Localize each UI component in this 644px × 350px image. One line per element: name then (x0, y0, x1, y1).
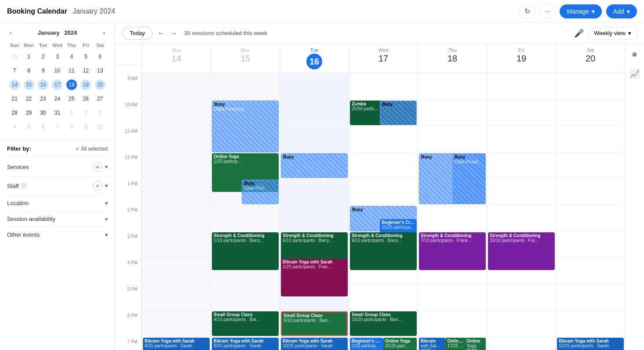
cell-sun-2pm[interactable] (142, 205, 211, 231)
cell-mon-7pm[interactable]: Bikram Yoga with Sarah 9/25 participants… (211, 337, 280, 350)
event-busy-mon-1pm[interactable]: Busy Dave Pick... (242, 180, 279, 204)
location-collapse-button[interactable]: ▾ (105, 200, 108, 206)
cell-tue-3pm[interactable]: Strength & Conditioning 6/10 participant… (280, 231, 349, 258)
cell-sun-4pm[interactable] (142, 258, 211, 284)
cell-sun-12pm[interactable] (142, 152, 211, 179)
staff-collapse-button[interactable]: ▾ (105, 183, 108, 189)
mini-cal-day[interactable]: 2 (79, 106, 92, 119)
mini-cal-day[interactable]: 24 (51, 92, 64, 105)
event-bikram-sat[interactable]: Bikram Yoga with Sarah 15/25 participant… (557, 338, 624, 350)
cell-fri-10am[interactable] (487, 100, 556, 126)
mini-cal-day[interactable]: 3 (51, 50, 64, 63)
mini-cal-day[interactable]: 28 (8, 106, 21, 119)
mic-icon[interactable]: 🎤 (574, 29, 584, 38)
event-bikram-tue-4pm[interactable]: Bikram Yoga with Sarah 1/25 participants… (281, 259, 348, 296)
event-bikram-sun[interactable]: Bikram Yoga with Sarah 8/25 participants… (143, 338, 210, 350)
mini-cal-day[interactable]: 4 (8, 120, 21, 134)
cell-sat-7pm[interactable]: Bikram Yoga with Sarah 15/25 participant… (556, 337, 625, 350)
cell-wed-12pm[interactable] (349, 152, 418, 179)
event-online-yoga-thu[interactable]: Online Y 17/25 p... (445, 338, 466, 350)
cell-fri-7pm[interactable] (487, 337, 556, 350)
event-bikram-mon[interactable]: Bikram Yoga with Sarah 9/25 participants… (212, 338, 279, 350)
filter-services[interactable]: Services + ▾ (7, 157, 108, 176)
mini-cal-day[interactable]: 18 (65, 78, 78, 91)
mini-cal-day[interactable]: 9 (36, 64, 50, 77)
prev-month-button[interactable]: ‹ (7, 28, 15, 37)
prev-week-button[interactable]: ← (158, 29, 165, 37)
cell-fri-6pm[interactable] (487, 310, 556, 337)
day-header-tue[interactable]: Tue 16 (280, 44, 349, 73)
mini-cal-day[interactable]: 2 (36, 50, 50, 63)
cell-fri-11am[interactable] (487, 126, 556, 152)
event-sc-mon[interactable]: Strength & Conditioning 1/10 participant… (212, 232, 279, 270)
cell-fri-9am[interactable] (487, 73, 556, 100)
cell-sat-3pm[interactable] (556, 231, 625, 258)
mini-cal-day[interactable]: 15 (22, 78, 35, 91)
services-add-button[interactable]: + (93, 162, 102, 172)
cell-mon-2pm[interactable] (211, 205, 280, 231)
event-bikram-tue[interactable]: Bikram Yoga with Sarah 10/25 participant… (281, 338, 348, 350)
mini-cal-day[interactable]: 30 (36, 106, 50, 119)
event-bikram-thu[interactable]: Bikram with Sar... 20/25 p... (419, 338, 445, 350)
filter-list-button[interactable]: ≡ (628, 47, 642, 61)
staff-add-button[interactable]: + (93, 181, 102, 191)
cell-fri-5pm[interactable] (487, 284, 556, 310)
cell-sun-6pm[interactable] (142, 310, 211, 337)
cell-mon-5pm[interactable] (211, 284, 280, 310)
mini-cal-day[interactable]: 3 (94, 106, 107, 119)
add-button[interactable]: Add ▾ (606, 4, 637, 18)
cell-wed-2pm[interactable]: Busy Beginner's CrossFit 15/25 participa… (349, 205, 418, 231)
mini-cal-day[interactable]: 12 (79, 64, 92, 77)
cell-sat-6pm[interactable] (556, 310, 625, 337)
mini-cal-day[interactable]: 27 (94, 92, 107, 105)
event-sgc-mon[interactable]: Small Group Class 4/10 participants · Ba… (212, 311, 279, 336)
cell-thu-9am[interactable] (418, 73, 487, 100)
cell-tue-6pm[interactable]: Small Group Class 6/10 participants · Ba… (280, 310, 349, 337)
cell-thu-11am[interactable] (418, 126, 487, 152)
event-busy-mon-10am[interactable]: Busy Dave Pickering (212, 101, 279, 152)
cell-thu-10am[interactable] (418, 100, 487, 126)
mini-cal-day[interactable]: 29 (22, 106, 35, 119)
mini-cal-day[interactable]: 6 (36, 120, 50, 134)
cell-sun-7pm[interactable]: Bikram Yoga with Sarah 8/25 participants… (142, 337, 211, 350)
filter-staff[interactable]: Staff ⓘ + ▾ (7, 176, 108, 195)
cell-thu-6pm[interactable] (418, 310, 487, 337)
event-busy-thu-12pm-2[interactable]: Busy Dave Pickering (452, 153, 486, 204)
cell-thu-3pm[interactable]: Strength & Conditioning 7/10 participant… (418, 231, 487, 258)
cell-wed-6pm[interactable]: Small Group Class 10/10 participants · B… (349, 310, 418, 337)
mini-cal-day[interactable]: 7 (8, 64, 21, 77)
cell-sat-2pm[interactable] (556, 205, 625, 231)
event-sc-wed[interactable]: Strength & Conditioning 9/10 participant… (350, 232, 417, 270)
mini-cal-day[interactable]: 23 (36, 92, 50, 105)
mini-cal-day[interactable]: 9 (79, 120, 92, 134)
mini-cal-day[interactable]: 25 (65, 92, 78, 105)
event-sc-fri[interactable]: Strength & Conditioning 10/10 participan… (488, 232, 555, 270)
cell-mon-6pm[interactable]: Small Group Class 4/10 participants · Ba… (211, 310, 280, 337)
filter-location[interactable]: Location ▾ (7, 195, 108, 211)
cell-sun-11am[interactable] (142, 126, 211, 152)
session-collapse-button[interactable]: ▾ (105, 216, 108, 222)
day-header-wed[interactable]: Wed 17 (349, 44, 418, 73)
cell-fri-12pm[interactable] (487, 152, 556, 179)
cell-fri-1pm[interactable] (487, 179, 556, 205)
mini-cal-day[interactable]: 1 (65, 106, 78, 119)
cell-mon-3pm[interactable]: Strength & Conditioning 1/10 participant… (211, 231, 280, 258)
cell-sun-3pm[interactable] (142, 231, 211, 258)
mini-cal-day[interactable]: 4 (65, 50, 78, 63)
day-header-mon[interactable]: Mon 15 (211, 44, 280, 73)
day-header-sat[interactable]: Sat 20 (556, 44, 625, 73)
cell-sun-5pm[interactable] (142, 284, 211, 310)
cell-wed-5pm[interactable] (349, 284, 418, 310)
mini-cal-day[interactable]: 31 (8, 50, 21, 63)
mini-cal-day[interactable]: 20 (94, 78, 107, 91)
cell-thu-12pm[interactable]: Busy Busy Dave Pickering (418, 152, 487, 179)
cell-mon-10am[interactable]: Busy Dave Pickering (211, 100, 280, 126)
mini-cal-day[interactable]: 10 (94, 120, 107, 134)
cell-tue-2pm[interactable] (280, 205, 349, 231)
mini-cal-day[interactable]: 16 (36, 78, 50, 91)
mini-cal-day[interactable]: 13 (94, 64, 107, 77)
mini-cal-day[interactable]: 5 (79, 50, 92, 63)
cell-sat-10am[interactable] (556, 100, 625, 126)
mini-cal-day[interactable]: 5 (22, 120, 35, 134)
view-selector[interactable]: Weekly view ▾ (588, 27, 637, 40)
